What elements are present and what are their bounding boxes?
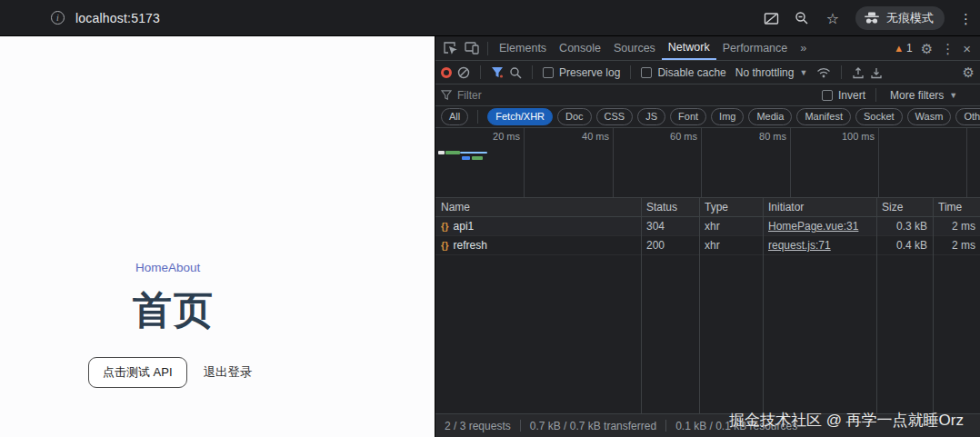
nav-link-about[interactable]: About <box>168 261 200 274</box>
tab-sources[interactable]: Sources <box>607 36 662 60</box>
tab-elements[interactable]: Elements <box>493 36 553 60</box>
chevron-down-icon: ▼ <box>949 91 957 100</box>
bookmark-star-icon[interactable]: ☆ <box>825 10 841 26</box>
timeline-gridline <box>878 128 879 197</box>
browser-menu-icon[interactable]: ⋮ <box>959 12 973 25</box>
column-divider[interactable] <box>933 198 934 413</box>
inspect-element-icon[interactable] <box>439 36 461 60</box>
pill-socket[interactable]: Socket <box>855 108 903 125</box>
divider <box>532 65 533 79</box>
column-header-size[interactable]: Size <box>876 201 933 214</box>
preserve-log-checkbox[interactable]: Preserve log <box>543 66 620 79</box>
network-overview[interactable]: 20 ms 40 ms 60 ms 80 ms 100 ms <box>435 128 980 198</box>
request-status: 304 <box>641 220 699 233</box>
column-header-name[interactable]: Name <box>435 201 641 214</box>
import-har-icon[interactable] <box>852 66 865 79</box>
initiator-link[interactable]: HomePage.vue:31 <box>768 220 858 233</box>
divider <box>480 65 481 79</box>
request-time: 2 ms <box>933 239 980 252</box>
waterfall-bar <box>438 151 445 154</box>
network-settings-icon[interactable]: ⚙ <box>963 65 975 79</box>
incognito-label: 无痕模式 <box>886 10 934 26</box>
column-divider[interactable] <box>876 198 877 413</box>
pill-other[interactable]: Other <box>955 108 980 125</box>
more-filters-button[interactable]: More filters ▼ <box>886 87 961 104</box>
column-header-status[interactable]: Status <box>641 201 699 214</box>
search-icon[interactable] <box>509 66 522 79</box>
pill-img[interactable]: Img <box>711 108 744 125</box>
zoom-out-icon[interactable] <box>794 10 810 26</box>
devtools-close-icon[interactable]: × <box>963 42 971 55</box>
transferred-size: 0.7 kB / 0.7 kB transferred <box>530 420 656 432</box>
divider <box>665 420 666 432</box>
pill-js[interactable]: JS <box>637 108 665 125</box>
waterfall-bar <box>445 151 460 154</box>
column-header-type[interactable]: Type <box>699 201 763 214</box>
column-header-time[interactable]: Time <box>933 201 980 214</box>
tab-console[interactable]: Console <box>553 36 607 60</box>
test-api-button[interactable]: 点击测试 API <box>88 357 187 388</box>
request-size: 0.3 kB <box>876 220 933 233</box>
throttling-select[interactable]: No throttling ▼ <box>732 65 812 81</box>
divider <box>477 110 478 124</box>
timeline-label: 40 ms <box>582 131 609 142</box>
column-divider[interactable] <box>641 198 642 413</box>
page-title: 首页 <box>133 284 215 337</box>
request-status: 200 <box>641 239 699 252</box>
more-tabs-icon[interactable]: » <box>794 36 813 60</box>
incognito-icon <box>864 12 880 25</box>
pill-css[interactable]: CSS <box>596 108 634 125</box>
address-bar[interactable]: localhost:5173 <box>75 11 160 25</box>
device-toolbar-icon[interactable] <box>461 36 483 60</box>
pill-font[interactable]: Font <box>670 108 706 125</box>
more-filters-label: More filters <box>890 89 944 102</box>
disable-cache-checkbox[interactable]: Disable cache <box>641 66 725 79</box>
request-type-filters: All Fetch/XHR Doc CSS JS Font Img Media … <box>435 106 980 128</box>
table-row[interactable]: {} api1 304 xhr HomePage.vue:31 0.3 kB 2… <box>435 217 980 236</box>
checkbox-icon <box>543 67 554 78</box>
pill-fetch-xhr[interactable]: Fetch/XHR <box>487 108 553 125</box>
table-header: Name Status Type Initiator Size Time <box>435 198 980 217</box>
pill-media[interactable]: Media <box>748 108 792 125</box>
warning-icon: ▲ <box>894 43 904 54</box>
send-to-device-icon[interactable] <box>763 10 779 26</box>
initiator-link[interactable]: request.js:71 <box>768 239 831 252</box>
tab-network[interactable]: Network <box>662 36 716 60</box>
export-har-icon[interactable] <box>870 66 883 79</box>
funnel-icon <box>441 90 452 100</box>
divider <box>520 420 521 432</box>
xhr-icon: {} <box>441 240 449 251</box>
pill-all[interactable]: All <box>441 108 468 125</box>
devtools-menu-icon[interactable]: ⋮ <box>941 42 955 55</box>
record-network-log-icon[interactable] <box>441 67 452 78</box>
timeline-gridline <box>613 128 614 197</box>
incognito-badge[interactable]: 无痕模式 <box>855 6 945 30</box>
filter-input[interactable] <box>457 89 816 102</box>
issues-badge[interactable]: ▲ 1 <box>894 42 913 55</box>
logout-button[interactable]: 退出登录 <box>198 358 258 387</box>
screen: i localhost:5173 ☆ <box>0 0 980 437</box>
timeline-gridline <box>701 128 702 197</box>
timeline-gridline <box>790 128 791 197</box>
devtools-panel: Elements Console Sources Network Perform… <box>435 36 980 437</box>
site-info-icon[interactable]: i <box>51 11 65 25</box>
tab-performance[interactable]: Performance <box>716 36 795 60</box>
column-divider[interactable] <box>763 198 764 413</box>
clear-network-log-icon[interactable] <box>457 66 470 79</box>
filter-toggle-icon[interactable] <box>491 66 504 78</box>
devtools-tabbar: Elements Console Sources Network Perform… <box>435 36 980 61</box>
waterfall-bar <box>460 152 487 154</box>
invert-checkbox[interactable]: Invert <box>822 89 865 102</box>
pill-doc[interactable]: Doc <box>557 108 592 125</box>
devtools-settings-icon[interactable]: ⚙ <box>921 42 933 55</box>
divider <box>487 42 488 55</box>
request-type: xhr <box>699 220 763 233</box>
pill-wasm[interactable]: Wasm <box>907 108 952 125</box>
column-header-initiator[interactable]: Initiator <box>763 201 876 214</box>
pill-manifest[interactable]: Manifest <box>796 108 851 125</box>
preserve-log-label: Preserve log <box>559 66 620 79</box>
nav-link-home[interactable]: Home <box>135 261 168 274</box>
network-conditions-icon[interactable] <box>816 67 831 78</box>
table-row[interactable]: {} refresh 200 xhr request.js:71 0.4 kB … <box>435 236 980 255</box>
column-divider[interactable] <box>699 198 700 413</box>
